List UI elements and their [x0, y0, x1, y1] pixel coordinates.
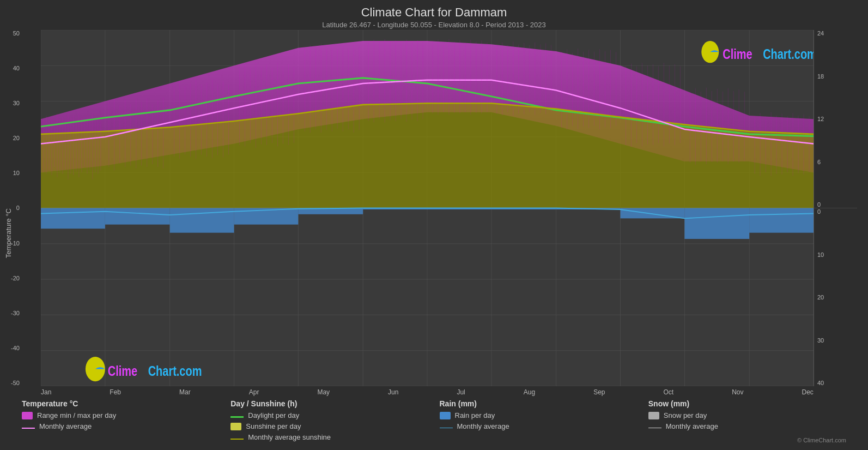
legend-section-rain: Rain (mm) Rain per day Monthly average: [434, 399, 643, 445]
y-left-50: 50: [13, 30, 20, 37]
legend-line-temp-avg: [22, 428, 35, 429]
legend-line-snow-avg: [648, 428, 661, 429]
x-axis-oct: Oct: [664, 388, 674, 396]
svg-text:Clime: Clime: [723, 46, 752, 62]
svg-text:Clime: Clime: [108, 363, 137, 379]
y-axis-right: 24 18 12 6 0 0 10 20 30 40 Day / Sunshin…: [814, 30, 857, 386]
legend-item-sunshine: Sunshine per day: [230, 422, 428, 430]
x-axis-sep: Sep: [593, 388, 605, 396]
y-left-20: 20: [13, 135, 20, 141]
legend-item-rain-per-day: Rain per day: [440, 411, 638, 419]
legend-label-temp-avg: Monthly average: [39, 422, 92, 430]
y-right-sun-12: 12: [817, 116, 824, 122]
legend-title-temperature: Temperature °C: [22, 399, 220, 408]
rain-bar-feb: [105, 208, 170, 225]
legend-swatch-rain: [440, 412, 451, 419]
chart-area: Clime Chart.com Clime Chart.com: [41, 30, 814, 386]
legend-item-rain-avg: Monthly average: [440, 422, 638, 430]
chart-title: Climate Chart for Dammam: [11, 5, 857, 20]
legend-title-sunshine: Day / Sunshine (h): [230, 399, 428, 408]
y-right-rain-20: 20: [817, 294, 824, 301]
x-axis-mar: Mar: [179, 388, 191, 396]
legend-swatch-snow: [648, 412, 659, 419]
x-axis-may: May: [317, 388, 330, 396]
y-right-rain-40: 40: [817, 380, 824, 386]
legend-label-sunshine: Sunshine per day: [246, 422, 301, 430]
legend-line-daylight: [230, 416, 244, 418]
y-left-n40: -40: [11, 345, 20, 351]
legend-section-snow: Snow (mm) Snow per day Monthly average ©…: [643, 399, 852, 445]
chart-header: Climate Chart for Dammam Latitude 26.467…: [11, 5, 857, 29]
y-right-sun-24: 24: [817, 30, 824, 37]
x-axis-nov: Nov: [732, 388, 743, 396]
y-right-rain-10: 10: [817, 251, 824, 258]
legend-title-rain: Rain (mm): [440, 399, 638, 408]
y-axis-right-rain: 0 10 20 30 40: [814, 208, 857, 386]
legend-label-snow-per-day: Snow per day: [664, 411, 707, 419]
x-axis-jul: Jul: [457, 388, 465, 396]
x-axis-apr: Apr: [249, 388, 259, 396]
legend-item-snow-per-day: Snow per day: [648, 411, 846, 419]
legend-item-avg-sunshine: Monthly average sunshine: [230, 433, 428, 441]
legend-label-snow-avg: Monthly average: [666, 422, 718, 430]
legend-swatch-temp-range: [22, 412, 33, 419]
legend-label-avg-sunshine: Monthly average sunshine: [248, 433, 331, 441]
rain-bar-jan: [41, 208, 105, 229]
x-axis-aug: Aug: [524, 388, 535, 396]
rain-bar-nov: [684, 208, 749, 239]
legend-line-rain-avg: [440, 428, 453, 429]
x-axis-dec: Dec: [802, 388, 814, 396]
y-axis-right-sunshine: 24 18 12 6 0: [814, 30, 857, 208]
y-right-rain-30: 30: [817, 337, 824, 344]
y-right-sun-18: 18: [817, 73, 824, 80]
x-axis-feb: Feb: [110, 388, 121, 396]
y-left-n30: -30: [11, 310, 20, 316]
y-axis-left-values: 50 40 30 20 10 0 -10 -20 -30 -40 -50: [11, 30, 23, 386]
y-left-n20: -20: [11, 275, 20, 281]
y-left-30: 30: [13, 100, 20, 106]
legend: Temperature °C Range min / max per day M…: [11, 399, 857, 445]
legend-item-snow-avg: Monthly average: [648, 422, 846, 430]
y-left-40: 40: [13, 65, 20, 71]
y-left-10: 10: [13, 170, 20, 176]
legend-item-daylight: Daylight per day: [230, 411, 428, 419]
y-right-rain-0: 0: [817, 208, 821, 215]
copyright-text: © ClimeChart.com: [797, 437, 846, 443]
legend-section-temperature: Temperature °C Range min / max per day M…: [16, 399, 225, 445]
y-left-0: 0: [16, 205, 20, 211]
legend-line-avg-sunshine: [230, 439, 244, 440]
legend-label-temp-range: Range min / max per day: [37, 411, 116, 419]
x-axis: Jan Feb Mar Apr May Jun Jul Aug Sep Oct …: [41, 386, 814, 396]
x-axis-jan: Jan: [41, 388, 51, 396]
legend-label-rain-avg: Monthly average: [457, 422, 509, 430]
legend-swatch-sunshine: [230, 423, 241, 430]
legend-title-snow: Snow (mm): [648, 399, 846, 408]
legend-label-daylight: Daylight per day: [248, 411, 299, 419]
y-left-n50: -50: [11, 380, 20, 386]
chart-subtitle: Latitude 26.467 - Longitude 50.055 - Ele…: [11, 21, 857, 29]
legend-section-sunshine: Day / Sunshine (h) Daylight per day Suns…: [225, 399, 434, 445]
y-right-sun-0: 0: [817, 201, 821, 208]
legend-item-temp-avg: Monthly average: [22, 422, 220, 430]
svg-text:Chart.com: Chart.com: [763, 46, 814, 62]
page-container: Climate Chart for Dammam Latitude 26.467…: [0, 0, 868, 450]
chart-svg: Clime Chart.com Clime Chart.com: [41, 30, 814, 386]
legend-label-rain-per-day: Rain per day: [455, 411, 495, 419]
rain-bar-dec: [749, 208, 814, 233]
y-right-sun-6: 6: [817, 159, 821, 165]
x-axis-jun: Jun: [388, 388, 398, 396]
svg-text:Chart.com: Chart.com: [148, 363, 202, 379]
x-axis-container: Jan Feb Mar Apr May Jun Jul Aug Sep Oct …: [41, 386, 814, 396]
legend-item-temp-range: Range min / max per day: [22, 411, 220, 419]
y-axis-left-label: Temperature °C: [4, 208, 12, 258]
